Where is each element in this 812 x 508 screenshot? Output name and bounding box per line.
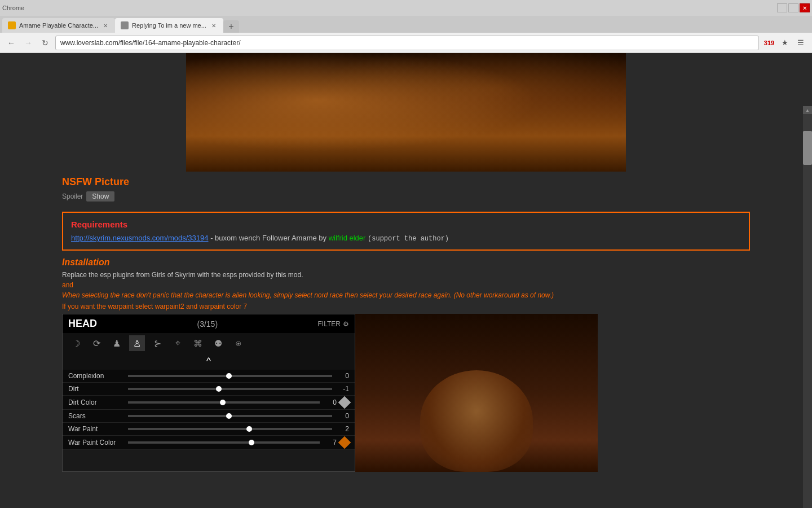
page-content: NSFW Picture Spoiler Show Requirements h… bbox=[0, 53, 812, 472]
installation-section: Installation Replace the esp plugins fro… bbox=[62, 257, 750, 310]
game-screenshot: HEAD (3/15) FILTER ⚙ ☽ ⟳ ♟ ♙ ⊱ bbox=[62, 314, 355, 472]
spoiler-label: Spoiler bbox=[62, 192, 83, 200]
requirements-link[interactable]: http://skyrim.nexusmods.com/mods/33194 bbox=[71, 234, 209, 242]
page-wrapper: NSFW Picture Spoiler Show Requirements h… bbox=[62, 53, 750, 472]
author-name: wilfrid elder bbox=[329, 234, 366, 242]
nsfw-section: NSFW Picture Spoiler Show bbox=[62, 172, 750, 206]
browser-chrome: Chrome _ □ ✕ Amame Playable Characte... … bbox=[0, 0, 812, 53]
slider-thumb-3 bbox=[226, 413, 232, 419]
game-character-view bbox=[355, 314, 598, 472]
slider-track-1[interactable] bbox=[128, 388, 332, 390]
game-icon-4[interactable]: ⊱ bbox=[149, 335, 165, 351]
slider-diamond-2[interactable] bbox=[338, 396, 351, 409]
nav-bar: ← → ↻ www.loverslab.com/files/file/164-a… bbox=[0, 33, 812, 53]
game-icon-0[interactable]: ☽ bbox=[68, 335, 84, 351]
game-icon-1[interactable]: ⟳ bbox=[89, 335, 104, 351]
tab-close-replying[interactable]: ✕ bbox=[210, 21, 218, 29]
forward-button[interactable]: → bbox=[21, 36, 35, 50]
slider-thumb-0 bbox=[226, 373, 232, 379]
tabs-bar: Amame Playable Characte... ✕ Replying To… bbox=[0, 16, 812, 33]
scrollbar[interactable]: ▲ ▼ bbox=[803, 106, 812, 508]
bookmark-button[interactable]: ★ bbox=[778, 36, 792, 50]
slider-value-1: -1 bbox=[336, 385, 349, 393]
menu-button[interactable]: ☰ bbox=[794, 36, 807, 50]
tab-amame[interactable]: Amame Playable Characte... ✕ bbox=[2, 18, 115, 33]
window-title: Chrome bbox=[2, 5, 24, 11]
filter-icon[interactable]: ⚙ bbox=[343, 320, 349, 328]
game-count: (3/15) bbox=[197, 319, 218, 329]
character-bg bbox=[355, 314, 598, 472]
sliders-container: Complexion0Dirt-1Dirt Color0Scars0War Pa… bbox=[63, 370, 355, 450]
nav-actions: 319 ★ ☰ bbox=[762, 36, 807, 50]
slider-value-3: 0 bbox=[336, 412, 349, 420]
slider-thumb-2 bbox=[220, 400, 226, 405]
window-controls: _ □ ✕ bbox=[777, 3, 810, 12]
tab-replying[interactable]: Replying To im a new me... ✕ bbox=[115, 18, 223, 33]
slider-track-4[interactable] bbox=[128, 428, 332, 430]
slider-thumb-5 bbox=[249, 440, 254, 445]
installation-title: Installation bbox=[62, 257, 750, 268]
slider-name-4: War Paint bbox=[68, 425, 125, 433]
slider-diamond-5[interactable] bbox=[338, 436, 351, 449]
minimize-button[interactable]: _ bbox=[777, 3, 787, 12]
slider-name-3: Scars bbox=[68, 412, 125, 420]
head-label: HEAD bbox=[68, 318, 97, 330]
game-screenshot-wrapper: HEAD (3/15) FILTER ⚙ ☽ ⟳ ♟ ♙ ⊱ bbox=[62, 314, 750, 472]
tab-label-amame: Amame Playable Characte... bbox=[19, 22, 98, 29]
page-viewport: NSFW Picture Spoiler Show Requirements h… bbox=[0, 53, 812, 508]
extensions-button[interactable]: 319 bbox=[762, 36, 776, 50]
address-text: www.loverslab.com/files/file/164-amame-p… bbox=[60, 39, 240, 47]
install-warpaint: If you want the warpaint select warpaint… bbox=[62, 303, 750, 310]
title-bar: Chrome _ □ ✕ bbox=[0, 0, 812, 16]
slider-row-4[interactable]: War Paint2 bbox=[63, 423, 355, 436]
new-tab-button[interactable]: + bbox=[223, 20, 239, 33]
support-text: (support the author) bbox=[368, 235, 449, 243]
slider-track-2[interactable] bbox=[128, 401, 320, 404]
character-portrait bbox=[420, 370, 533, 472]
hero-image bbox=[186, 53, 626, 172]
scrollbar-thumb[interactable] bbox=[803, 131, 812, 165]
address-bar[interactable]: www.loverslab.com/files/file/164-amame-p… bbox=[55, 36, 759, 50]
show-button[interactable]: Show bbox=[86, 191, 114, 202]
reload-button[interactable]: ↻ bbox=[38, 36, 52, 50]
slider-name-0: Complexion bbox=[68, 372, 125, 380]
game-icon-8[interactable]: ⍟ bbox=[231, 335, 246, 351]
slider-track-3[interactable] bbox=[128, 415, 332, 417]
tab-label-replying: Replying To im a new me... bbox=[132, 22, 206, 29]
requirements-content: http://skyrim.nexusmods.com/mods/33194 -… bbox=[71, 234, 741, 243]
slider-thumb-1 bbox=[216, 386, 222, 392]
slider-row-3[interactable]: Scars0 bbox=[63, 410, 355, 423]
slider-value-4: 2 bbox=[336, 425, 349, 433]
slider-track-5[interactable] bbox=[128, 441, 320, 444]
slider-row-2[interactable]: Dirt Color0 bbox=[63, 396, 355, 410]
game-icon-2[interactable]: ♟ bbox=[109, 335, 125, 351]
slider-name-5: War Paint Color bbox=[68, 439, 125, 446]
game-icon-5[interactable]: ⌖ bbox=[170, 335, 186, 351]
game-icons-row: ☽ ⟳ ♟ ♙ ⊱ ⌖ ⌘ ⚉ ⍟ bbox=[63, 333, 355, 353]
requirements-separator: - buxom wench Follower Amame by bbox=[210, 234, 329, 242]
nsfw-title: NSFW Picture bbox=[62, 176, 750, 188]
slider-value-2: 0 bbox=[323, 398, 337, 406]
slider-track-0[interactable] bbox=[128, 375, 332, 377]
spoiler-row: Spoiler Show bbox=[62, 191, 750, 202]
tab-favicon-replying bbox=[121, 21, 129, 29]
slider-row-5[interactable]: War Paint Color7 bbox=[63, 436, 355, 450]
game-icon-6[interactable]: ⌘ bbox=[190, 335, 206, 351]
slider-row-0[interactable]: Complexion0 bbox=[63, 370, 355, 383]
install-and: and bbox=[62, 281, 750, 289]
requirements-title: Requirements bbox=[71, 220, 741, 229]
back-button[interactable]: ← bbox=[5, 36, 18, 50]
requirements-box: Requirements http://skyrim.nexusmods.com… bbox=[62, 212, 750, 251]
up-chevron[interactable]: ^ bbox=[63, 353, 355, 370]
slider-row-1[interactable]: Dirt-1 bbox=[63, 383, 355, 396]
install-italic: When selecting the race don't panic that… bbox=[62, 291, 750, 299]
tab-close-amame[interactable]: ✕ bbox=[102, 21, 109, 29]
game-header: HEAD (3/15) FILTER ⚙ bbox=[63, 314, 355, 333]
slider-thumb-4 bbox=[246, 426, 252, 432]
maximize-button[interactable]: □ bbox=[788, 3, 798, 12]
game-icon-7[interactable]: ⚉ bbox=[210, 335, 226, 351]
scroll-up-button[interactable]: ▲ bbox=[803, 106, 812, 114]
close-button[interactable]: ✕ bbox=[800, 3, 810, 12]
slider-name-1: Dirt bbox=[68, 385, 125, 393]
game-icon-3[interactable]: ♙ bbox=[129, 335, 145, 351]
